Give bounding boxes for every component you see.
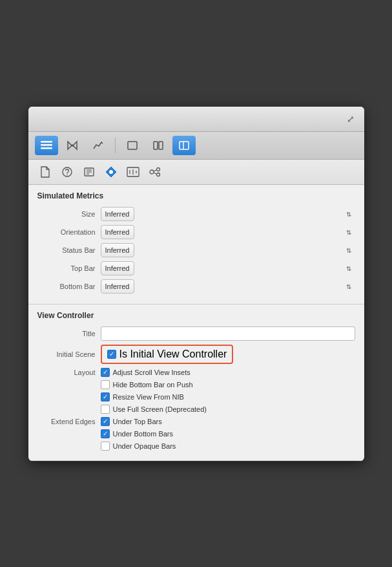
under-opaque-item: Under Opaque Bars: [101, 442, 176, 451]
under-opaque-checkbox[interactable]: [101, 442, 110, 451]
svg-rect-1: [41, 144, 52, 146]
svg-point-23: [150, 170, 154, 174]
top-toolbar: ⤢: [28, 107, 364, 132]
svg-rect-7: [154, 142, 158, 149]
adjust-scroll-checkbox[interactable]: ✓: [101, 368, 110, 377]
bottom-bar-select[interactable]: Inferred: [101, 279, 134, 294]
svg-rect-5: [71, 144, 74, 146]
under-bottom-item: ✓ Under Bottom Bars: [101, 429, 174, 438]
svg-rect-9: [180, 142, 189, 149]
split-view-button[interactable]: [147, 136, 170, 155]
is-initial-vc-label: Is Initial View Controller: [119, 348, 227, 360]
under-top-label: Under Top Bars: [113, 418, 162, 425]
title-field-label: Title: [37, 330, 96, 337]
svg-line-27: [154, 173, 157, 174]
size-select[interactable]: Inferred: [101, 207, 134, 221]
under-opaque-row: Under Opaque Bars: [37, 442, 355, 451]
layout-label: Layout: [37, 369, 96, 376]
attributes-inspector-tab[interactable]: [102, 163, 120, 181]
orientation-label: Orientation: [37, 228, 96, 236]
title-input[interactable]: [101, 326, 355, 341]
status-bar-row: Status Bar Inferred: [37, 243, 355, 257]
size-select-wrapper: Inferred: [101, 207, 355, 221]
size-label: Size: [37, 210, 96, 218]
size-row: Size Inferred: [37, 207, 355, 221]
simulated-metrics-section: Simulated Metrics Size Inferred Orientat…: [28, 185, 364, 305]
adjust-scroll-row: Layout ✓ Adjust Scroll View Insets: [37, 368, 355, 377]
orientation-select[interactable]: Inferred: [101, 225, 134, 239]
identity-inspector-tab[interactable]: [80, 163, 98, 181]
simulated-metrics-title: Simulated Metrics: [37, 191, 355, 200]
top-bar-row: Top Bar Inferred: [37, 261, 355, 275]
hide-bottom-checkbox[interactable]: [101, 380, 110, 389]
full-screen-checkbox[interactable]: [101, 405, 110, 414]
svg-point-25: [156, 173, 160, 176]
under-top-row: Extend Edges ✓ Under Top Bars: [37, 417, 355, 426]
svg-rect-8: [159, 142, 163, 149]
title-row: Title: [37, 326, 355, 341]
svg-point-18: [109, 170, 113, 174]
svg-rect-2: [41, 147, 52, 149]
bottom-bar-row: Bottom Bar Inferred: [37, 279, 355, 294]
bowtie-view-button[interactable]: [61, 136, 84, 155]
sidebar-view-button[interactable]: [172, 136, 196, 155]
connections-inspector-tab[interactable]: [146, 163, 164, 181]
bottom-bar-select-wrapper: Inferred: [101, 279, 355, 294]
svg-line-26: [154, 169, 157, 171]
is-initial-view-controller-checkbox[interactable]: ✓: [107, 350, 116, 359]
full-screen-row: Use Full Screen (Deprecated): [37, 405, 355, 414]
initial-scene-label: Initial Scene: [37, 350, 96, 358]
resize-view-item: ✓ Resize View From NIB: [101, 392, 184, 401]
adjust-scroll-item: ✓ Adjust Scroll View Insets: [101, 368, 191, 377]
under-bottom-label: Under Bottom Bars: [113, 430, 174, 438]
view-controller-section: View Controller Title Initial Scene ✓ Is…: [28, 305, 364, 461]
full-screen-item: Use Full Screen (Deprecated): [101, 405, 207, 414]
under-top-item: ✓ Under Top Bars: [101, 417, 162, 426]
graph-view-button[interactable]: [87, 136, 110, 155]
status-bar-label: Status Bar: [37, 246, 96, 254]
initial-scene-highlight: ✓ Is Initial View Controller: [101, 345, 234, 364]
hide-bottom-row: Hide Bottom Bar on Push: [37, 380, 355, 389]
hide-bottom-label: Hide Bottom Bar on Push: [113, 381, 193, 389]
toolbar-divider: [115, 138, 116, 153]
under-bottom-row: ✓ Under Bottom Bars: [37, 429, 355, 438]
under-bottom-checkbox[interactable]: ✓: [101, 429, 110, 438]
view-switcher-toolbar: [28, 132, 364, 160]
bottom-bar-label: Bottom Bar: [37, 283, 96, 290]
resize-view-label: Resize View From NIB: [113, 393, 184, 401]
list-view-button[interactable]: [35, 136, 58, 155]
status-bar-select-wrapper: Inferred: [101, 243, 355, 257]
file-inspector-tab[interactable]: [36, 163, 54, 181]
top-bar-select-wrapper: Inferred: [101, 261, 355, 275]
quick-help-tab[interactable]: [58, 163, 76, 181]
extend-edges-label: Extend Edges: [37, 418, 96, 425]
svg-point-24: [156, 167, 160, 171]
top-bar-label: Top Bar: [37, 264, 96, 272]
initial-scene-row: Initial Scene ✓ Is Initial View Controll…: [37, 345, 355, 364]
hide-bottom-item: Hide Bottom Bar on Push: [101, 380, 193, 389]
resize-view-checkbox[interactable]: ✓: [101, 392, 110, 401]
svg-rect-0: [41, 141, 52, 143]
size-inspector-tab[interactable]: [124, 163, 142, 181]
svg-rect-6: [128, 142, 137, 149]
resize-view-row: ✓ Resize View From NIB: [37, 392, 355, 401]
under-opaque-label: Under Opaque Bars: [113, 442, 176, 450]
rect-view-button[interactable]: [121, 136, 144, 155]
adjust-scroll-label: Adjust Scroll View Insets: [113, 369, 191, 376]
collapse-button[interactable]: ⤢: [344, 112, 358, 126]
orientation-row: Orientation Inferred: [37, 225, 355, 239]
top-bar-select[interactable]: Inferred: [101, 261, 134, 275]
inspector-panel: ⤢: [28, 107, 364, 461]
status-bar-select[interactable]: Inferred: [101, 243, 134, 257]
under-top-checkbox[interactable]: ✓: [101, 417, 110, 426]
svg-point-12: [67, 174, 68, 175]
orientation-select-wrapper: Inferred: [101, 225, 355, 239]
full-screen-label: Use Full Screen (Deprecated): [113, 405, 207, 413]
attribute-tab-toolbar: [28, 160, 364, 185]
view-controller-title: View Controller: [37, 311, 355, 320]
